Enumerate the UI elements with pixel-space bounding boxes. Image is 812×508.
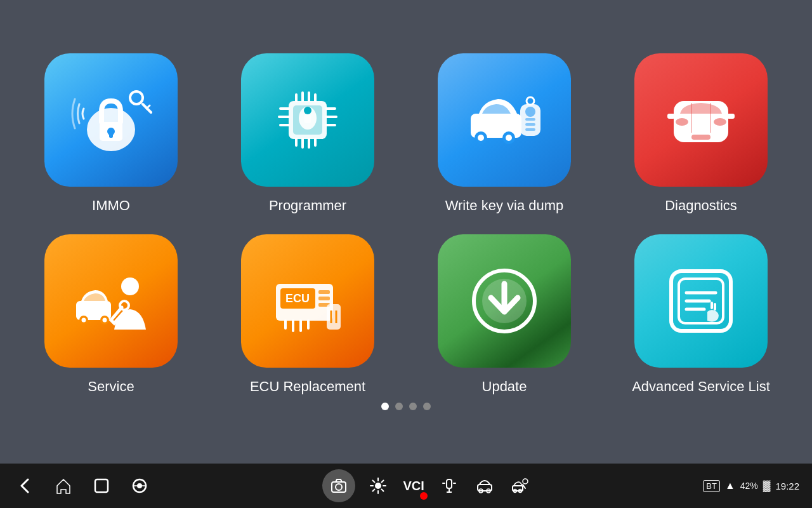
service-label: Service [88, 378, 134, 396]
car-button[interactable] [472, 473, 497, 498]
wifi-icon: ▲ [725, 480, 735, 491]
ecu-icon: ECU [266, 260, 349, 342]
svg-point-38 [676, 118, 688, 126]
svg-point-51 [120, 301, 129, 310]
svg-rect-89 [447, 479, 452, 488]
app-item-diagnostics[interactable]: Diagnostics [615, 53, 787, 215]
svg-line-85 [373, 481, 375, 483]
immo-label: IMMO [92, 197, 130, 215]
advanced-icon [660, 260, 742, 342]
svg-rect-74 [95, 479, 108, 492]
svg-point-47 [82, 318, 86, 323]
svg-point-80 [375, 483, 381, 489]
svg-point-79 [336, 484, 342, 490]
svg-rect-56 [318, 297, 330, 300]
time-display: 19:22 [775, 481, 799, 491]
writekey-label: Write key via dump [445, 197, 564, 215]
svg-point-50 [121, 277, 139, 295]
camera-button[interactable] [322, 469, 355, 502]
app-item-ecu[interactable]: ECU ECU Replacement [222, 234, 393, 396]
dot-3[interactable] [409, 403, 417, 410]
main-content: IMMO [0, 0, 812, 464]
dot-2[interactable] [395, 403, 403, 410]
programmer-label: Programmer [269, 197, 346, 215]
svg-line-6 [147, 105, 150, 109]
svg-point-32 [525, 107, 535, 117]
svg-point-4 [130, 91, 143, 104]
svg-point-28 [478, 135, 484, 141]
recent-apps-button[interactable] [89, 473, 114, 498]
nav-right: BT ▲ 42% ▓ 19:22 [703, 480, 799, 492]
ecu-label: ECU Replacement [250, 378, 365, 396]
svg-point-39 [714, 118, 726, 126]
key-remote-button[interactable] [436, 473, 462, 498]
status-bar: BT ▲ 42% ▓ 19:22 [703, 480, 799, 492]
svg-line-87 [382, 481, 384, 483]
app-icon-diagnostics[interactable] [634, 53, 768, 187]
update-icon [463, 260, 546, 342]
svg-rect-33 [525, 118, 535, 121]
svg-rect-40 [691, 135, 710, 140]
bt-label: BT [703, 480, 720, 492]
app-item-writekey[interactable]: Write key via dump [419, 53, 590, 215]
svg-point-49 [103, 318, 107, 323]
home-button[interactable] [51, 473, 76, 498]
page-dots [381, 403, 431, 410]
navbar: VCI [0, 464, 812, 508]
update-label: Update [482, 378, 527, 396]
dot-1[interactable] [381, 403, 389, 410]
browser-button[interactable] [127, 473, 152, 498]
svg-rect-25 [304, 114, 311, 123]
service-icon [70, 260, 152, 342]
app-icon-update[interactable] [438, 234, 571, 368]
apps-grid: IMMO [25, 53, 787, 396]
brightness-button[interactable] [365, 473, 391, 498]
app-icon-immo[interactable] [44, 53, 178, 187]
app-icon-programmer[interactable] [241, 53, 374, 187]
svg-rect-34 [525, 123, 535, 126]
app-icon-service[interactable] [44, 234, 178, 368]
svg-rect-55 [318, 290, 330, 294]
app-icon-ecu[interactable]: ECU [241, 234, 374, 368]
app-icon-advanced[interactable] [634, 234, 768, 368]
programmer-icon [266, 79, 349, 161]
nav-left [13, 473, 152, 498]
diagnostics-icon [660, 79, 742, 161]
advanced-label: Advanced Service List [632, 378, 770, 396]
app-item-programmer[interactable]: Programmer [222, 53, 393, 215]
car-service-button[interactable] [508, 473, 533, 498]
nav-center: VCI [322, 469, 533, 502]
svg-rect-3 [109, 131, 113, 138]
svg-rect-62 [327, 304, 341, 330]
vci-disconnect-indicator [420, 492, 428, 500]
app-item-update[interactable]: Update [419, 234, 590, 396]
svg-point-24 [304, 107, 311, 114]
svg-rect-35 [525, 128, 535, 131]
svg-line-88 [373, 490, 375, 491]
app-icon-writekey[interactable] [438, 53, 571, 187]
battery-text: 42% [740, 481, 758, 491]
back-button[interactable] [13, 473, 38, 498]
svg-rect-41 [667, 114, 675, 119]
app-item-advanced[interactable]: Advanced Service List [615, 234, 787, 396]
dot-4[interactable] [423, 403, 431, 410]
svg-point-100 [523, 479, 528, 484]
svg-point-30 [506, 135, 512, 141]
app-item-service[interactable]: Service [25, 234, 197, 396]
immo-icon [70, 79, 152, 161]
app-item-immo[interactable]: IMMO [25, 53, 197, 215]
writekey-icon [463, 79, 546, 161]
vci-button[interactable]: VCI [401, 473, 426, 498]
svg-text:ECU: ECU [285, 292, 310, 305]
svg-point-36 [527, 97, 534, 105]
svg-line-86 [382, 490, 384, 491]
svg-rect-42 [727, 114, 735, 119]
diagnostics-label: Diagnostics [665, 197, 737, 215]
